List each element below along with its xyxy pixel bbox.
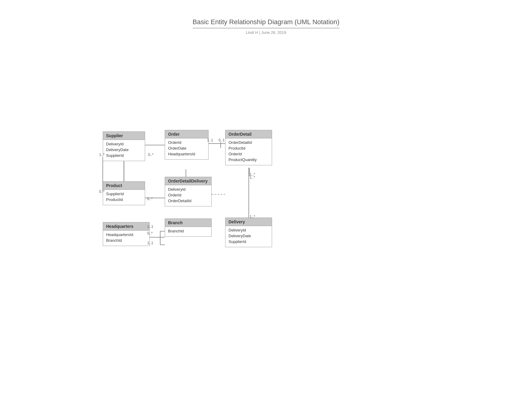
entity-delivery-header: Delivery: [225, 218, 272, 226]
mult-order-od-left: 1..1: [207, 138, 213, 142]
entity-orderdetail: OrderDetail OrderDetailId ProductId Orde…: [225, 130, 272, 165]
entity-orderdetail-body: OrderDetailId ProductId OrderId ProductQ…: [225, 138, 272, 165]
field-product-2: ProductId: [106, 197, 142, 202]
field-hq-2: BranchId: [106, 238, 146, 243]
entity-branch-body: BranchId: [165, 227, 211, 236]
field-delivery-3: SupplierId: [229, 239, 269, 244]
entity-branch: Branch BranchId: [165, 218, 212, 237]
mult-supplier-order-right: 0..*: [148, 153, 154, 157]
entity-supplier-header: Supplier: [103, 132, 145, 140]
mult-hq-branch-right: 0..*: [147, 231, 153, 235]
entity-product: Product SupplierId ProductId: [103, 181, 145, 205]
field-od-2: ProductId: [229, 145, 269, 151]
field-order-3: HeadquartersId: [168, 151, 205, 157]
field-supplier-2: DeliveryDate: [106, 147, 142, 153]
mult-supplier-order-left: 1..*: [99, 153, 105, 157]
entity-order-header: Order: [165, 130, 208, 138]
entity-odd-header: OrderDetailDelivery: [165, 177, 211, 185]
field-delivery-1: DeliveryId: [229, 227, 269, 233]
mult-branch-bottom: 1..1: [147, 241, 153, 245]
field-branch-1: BranchId: [168, 228, 208, 234]
mult-product-left: 0..*: [99, 189, 105, 194]
mult-product-right: 0..*: [147, 197, 153, 201]
field-odd-2: OrderId: [168, 192, 208, 198]
entity-product-header: Product: [103, 182, 145, 190]
mult-delivery-bottom: 1..*: [250, 215, 255, 219]
entity-headquarters: Headquarters HeadquartersId BranchId: [103, 222, 150, 246]
entity-branch-header: Branch: [165, 219, 211, 227]
entity-supplier: Supplier DeliveryId DeliveryDate Supplie…: [103, 131, 145, 161]
field-supplier-1: DeliveryId: [106, 141, 142, 147]
field-od-1: OrderDetailId: [229, 140, 269, 145]
entity-supplier-body: DeliveryId DeliveryDate SupplierId: [103, 140, 145, 161]
mult-delivery-top: 1..*: [250, 175, 255, 180]
field-od-4: ProductQuantity: [229, 157, 269, 163]
entity-odd-body: DeliveryId OrderId OrderDetailId: [165, 185, 211, 206]
entity-hq-body: HeadquartersId BranchId: [103, 231, 149, 246]
page-title: Basic Entity Relationship Diagram (UML N…: [193, 18, 339, 28]
entity-order-body: OrderId OrderDate HeadquartersId: [165, 138, 208, 159]
entity-orderdetaildelivery: OrderDetailDelivery DeliveryId OrderId O…: [165, 177, 212, 206]
page-subtitle: Lindi H | June 26, 2019: [0, 30, 532, 35]
entity-product-body: SupplierId ProductId: [103, 190, 145, 205]
field-supplier-3: SupplierId: [106, 153, 142, 158]
field-odd-3: OrderDetailId: [168, 198, 208, 204]
mult-order-od-right: 0..1: [219, 138, 225, 142]
field-order-2: OrderDate: [168, 145, 205, 151]
mult-hq-branch-left: 1..1: [147, 225, 153, 229]
entity-delivery-body: DeliveryId DeliveryDate SupplierId: [225, 226, 272, 247]
field-product-1: SupplierId: [106, 191, 142, 197]
entity-delivery: Delivery DeliveryId DeliveryDate Supplie…: [225, 218, 272, 247]
field-odd-1: DeliveryId: [168, 186, 208, 192]
field-delivery-2: DeliveryDate: [229, 233, 269, 239]
diagram-area: Supplier DeliveryId DeliveryDate Supplie…: [0, 50, 532, 397]
field-od-3: OrderId: [229, 151, 269, 157]
entity-order: Order OrderId OrderDate HeadquartersId: [165, 130, 209, 160]
field-order-1: OrderId: [168, 140, 205, 145]
entity-hq-header: Headquarters: [103, 222, 149, 231]
field-hq-1: HeadquartersId: [106, 232, 146, 238]
entity-orderdetail-header: OrderDetail: [225, 130, 272, 138]
